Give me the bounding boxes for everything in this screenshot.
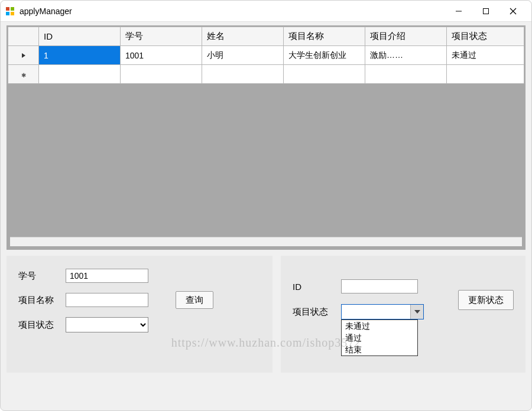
svg-marker-8: [22, 53, 25, 58]
col-name[interactable]: 姓名: [202, 27, 284, 46]
pstatus-filter-label: 项目状态: [18, 319, 60, 331]
app-window: applyManager ID 学号 姓名: [0, 0, 532, 411]
sno-input[interactable]: [66, 269, 148, 283]
cell-pdesc[interactable]: 激励……: [365, 46, 447, 65]
dropdown-option[interactable]: 通过: [342, 332, 417, 344]
pname-label: 项目名称: [18, 295, 60, 306]
col-pdesc[interactable]: 项目介绍: [365, 27, 447, 46]
col-pstatus[interactable]: 项目状态: [447, 27, 524, 46]
pname-input[interactable]: [66, 293, 148, 307]
maximize-button[interactable]: [472, 2, 499, 20]
minimize-button[interactable]: [445, 2, 472, 20]
combo-text: [342, 305, 410, 319]
col-id[interactable]: ID: [39, 27, 121, 46]
dropdown-option[interactable]: 结束: [342, 344, 417, 355]
row-indicator[interactable]: [8, 46, 39, 65]
cell-name[interactable]: 小明: [202, 46, 284, 65]
close-button[interactable]: [499, 2, 527, 20]
update-status-button[interactable]: 更新状态: [458, 290, 514, 310]
col-sno[interactable]: 学号: [121, 27, 202, 46]
horizontal-scrollbar[interactable]: [10, 237, 522, 246]
pstatus-filter-select[interactable]: [66, 317, 148, 332]
cell-id[interactable]: 1: [39, 46, 121, 65]
cell-sno[interactable]: 1001: [121, 46, 202, 65]
id-label: ID: [293, 282, 335, 292]
titlebar: applyManager: [1, 1, 531, 22]
pstatus-update-select[interactable]: [341, 304, 424, 319]
col-pname[interactable]: 项目名称: [284, 27, 365, 46]
new-row-indicator[interactable]: ✱: [8, 65, 39, 84]
table-row[interactable]: 1 1001 小明 大学生创新创业 激励…… 未通过: [8, 46, 524, 65]
sno-label: 学号: [18, 270, 60, 282]
id-input[interactable]: [341, 279, 418, 293]
client-area: ID 学号 姓名 项目名称 项目介绍 项目状态 1 1001: [1, 22, 531, 410]
cell-pstatus[interactable]: 未通过: [447, 46, 524, 65]
maximize-icon: [482, 8, 489, 15]
chevron-down-icon: [410, 305, 423, 319]
close-icon: [510, 8, 517, 15]
query-button[interactable]: 查询: [176, 291, 213, 309]
grid-empty-area: [8, 84, 524, 233]
bottom-panels: 学号 项目名称 查询 项目状态: [7, 256, 525, 373]
window-title: applyManager: [20, 6, 72, 16]
minimize-icon: [455, 8, 462, 15]
pstatus-dropdown-list[interactable]: 未通过 通过 结束: [341, 319, 418, 356]
dropdown-option[interactable]: 未通过: [342, 320, 417, 332]
svg-marker-9: [414, 310, 420, 314]
filter-panel: 学号 项目名称 查询 项目状态: [7, 256, 273, 373]
svg-rect-0: [6, 7, 9, 11]
update-panel: ID 项目状态 未通过: [281, 256, 525, 373]
cell-pname[interactable]: 大学生创新创业: [284, 46, 365, 65]
asterisk-icon: ✱: [21, 72, 26, 79]
grid-header-row: ID 学号 姓名 项目名称 项目介绍 项目状态: [8, 27, 524, 46]
svg-rect-3: [11, 12, 14, 15]
svg-rect-2: [6, 12, 9, 15]
new-row[interactable]: ✱: [8, 65, 524, 84]
app-icon: [5, 6, 15, 16]
current-row-icon: [21, 53, 27, 58]
pstatus-update-label: 项目状态: [293, 306, 335, 318]
svg-rect-5: [484, 8, 489, 14]
data-grid[interactable]: ID 学号 姓名 项目名称 项目介绍 项目状态 1 1001: [7, 25, 525, 250]
svg-rect-1: [11, 7, 14, 11]
grid-corner[interactable]: [8, 27, 39, 46]
